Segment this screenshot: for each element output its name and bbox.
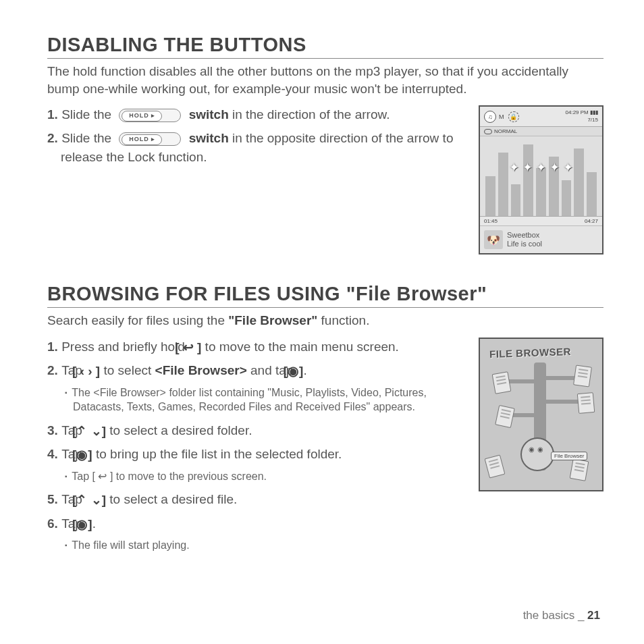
select-icon: [◉]: [297, 362, 304, 381]
step-2: 2. Slide the switch in the opposite dire…: [47, 129, 468, 167]
song-title: Life is cool: [507, 240, 542, 248]
fb-step-6: 6. Tap [◉].: [47, 514, 468, 535]
eq-mode: NORMAL: [494, 128, 517, 134]
device-filebrowser-screenshot: FILE BROWSER File Browser: [479, 338, 603, 491]
select-icon: [◉]: [86, 446, 92, 465]
mode-label: M: [499, 113, 504, 120]
fb-step-3: 3. Tap [⌃ ⌄] to select a desired folder.: [47, 421, 468, 441]
battery-icon: ▮▮▮: [590, 109, 598, 115]
music-icon: ♫: [484, 111, 496, 123]
hold-switch-icon: [119, 132, 181, 146]
select-icon: [◉]: [86, 515, 92, 535]
section-file-browser: BROWSING FOR FILES USING "File Browser" …: [47, 283, 603, 560]
steps-list-2: 1. Press and briefly hold [ ↩ ] to move …: [47, 338, 468, 381]
robot-icon: [520, 437, 554, 471]
section-disabling-buttons: DISABLING THE BUTTONS The hold function …: [47, 34, 603, 254]
fb-tag: File Browser: [551, 452, 587, 460]
page-footer: the basics _ 21: [523, 609, 600, 622]
fb-step-6-sub: The file will start playing.: [47, 538, 468, 553]
fb-step-1: 1. Press and briefly hold [ ↩ ] to move …: [47, 338, 468, 358]
lock-icon: 🔒: [508, 111, 519, 122]
fb-step-2-sub: The <File Browser> folder list containin…: [47, 385, 468, 414]
clock: 04:29 PM: [566, 109, 589, 115]
steps-list-1: 1. Slide the switch in the direction of …: [47, 105, 468, 167]
back-icon: ↩: [95, 471, 110, 482]
fb-step-4: 4. Tap [◉] to bring up the file list in …: [47, 445, 468, 465]
fb-step-5: 5. Tap [⌃ ⌄] to select a desired file.: [47, 490, 468, 510]
up-down-icon: [⌃ ⌄]: [86, 491, 106, 510]
left-right-icon: [ ‹ › ]: [86, 362, 100, 381]
fb-step-2: 2. Tap [ ‹ › ] to select <File Browser> …: [47, 361, 468, 381]
hold-switch-icon: [119, 109, 181, 122]
artist-name: Sweetbox: [507, 231, 542, 240]
heading-2: BROWSING FOR FILES USING "File Browser": [47, 283, 603, 308]
fb-screen-title: FILE BROWSER: [489, 346, 572, 360]
back-icon: [ ↩ ]: [188, 338, 201, 358]
track-count: 7/15: [566, 117, 598, 124]
device-music-screenshot: ♫ M 🔒 04:29 PM ▮▮▮ 7/15 NORMAL: [479, 105, 603, 254]
total-time: 04:27: [585, 218, 598, 224]
fb-step-4-sub: Tap [ ↩ ] to move to the previous screen…: [47, 469, 468, 484]
heading-1: DISABLING THE BUTTONS: [47, 34, 603, 59]
elapsed-time: 01:45: [484, 218, 498, 224]
intro-text-1: The hold function disables all the other…: [47, 63, 603, 97]
intro-text-2: Search easily for files using the "File …: [47, 312, 603, 329]
album-thumbnail: 🐶: [484, 230, 503, 249]
step-1: 1. Slide the switch in the direction of …: [47, 105, 468, 125]
loop-icon: [484, 129, 492, 134]
up-down-icon: [⌃ ⌄]: [86, 422, 106, 441]
album-art: ✦ ✦ ✦ ✦ ✦: [480, 136, 602, 216]
